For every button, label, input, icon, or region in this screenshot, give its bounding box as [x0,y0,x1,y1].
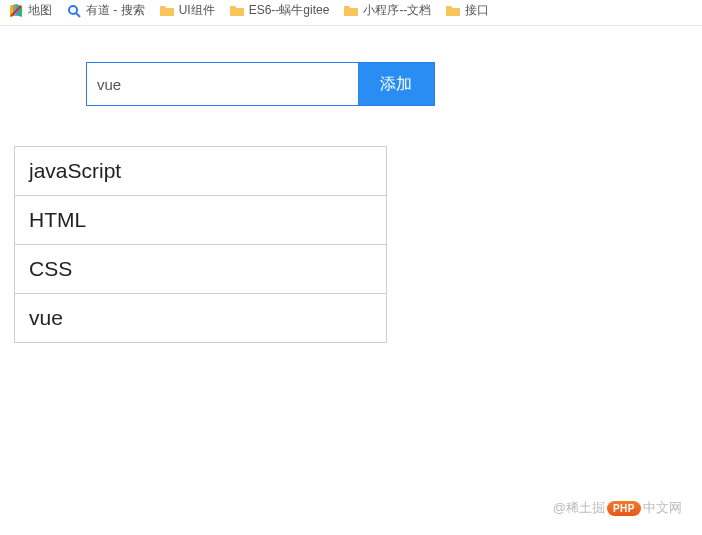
folder-icon [445,3,461,19]
input-row: 添加 [86,62,435,106]
content-area: 添加 javaScript HTML CSS vue [0,26,702,343]
search-icon [66,3,82,19]
watermark: @稀土掘 PHP 中文网 [553,499,682,517]
bookmark-es6-gitee[interactable]: ES6--蜗牛gitee [229,2,330,19]
watermark-prefix: @稀土掘 [553,499,605,517]
bookmark-miniprogram-docs[interactable]: 小程序--文档 [343,2,431,19]
bookmark-maps[interactable]: 地图 [8,2,52,19]
bookmarks-bar: 地图 有道 - 搜索 UI组件 ES6--蜗牛gitee 小程序--文档 接口 [0,0,702,26]
item-input[interactable] [87,63,358,105]
watermark-suffix: 中文网 [643,499,682,517]
list-item[interactable]: javaScript [15,147,386,196]
add-button[interactable]: 添加 [358,63,434,105]
bookmark-label: 小程序--文档 [363,2,431,19]
bookmark-api[interactable]: 接口 [445,2,489,19]
svg-point-4 [69,6,77,14]
bookmark-label: 地图 [28,2,52,19]
bookmark-label: ES6--蜗牛gitee [249,2,330,19]
bookmark-label: 有道 - 搜索 [86,2,145,19]
folder-icon [159,3,175,19]
list-item[interactable]: HTML [15,196,386,245]
svg-line-5 [76,13,80,17]
list-item[interactable]: CSS [15,245,386,294]
bookmark-youdao-search[interactable]: 有道 - 搜索 [66,2,145,19]
folder-icon [343,3,359,19]
list-item[interactable]: vue [15,294,386,343]
bookmark-label: UI组件 [179,2,215,19]
php-badge: PHP [607,501,641,516]
folder-icon [229,3,245,19]
bookmark-ui-components[interactable]: UI组件 [159,2,215,19]
item-list: javaScript HTML CSS vue [14,146,387,343]
bookmark-label: 接口 [465,2,489,19]
maps-icon [8,3,24,19]
